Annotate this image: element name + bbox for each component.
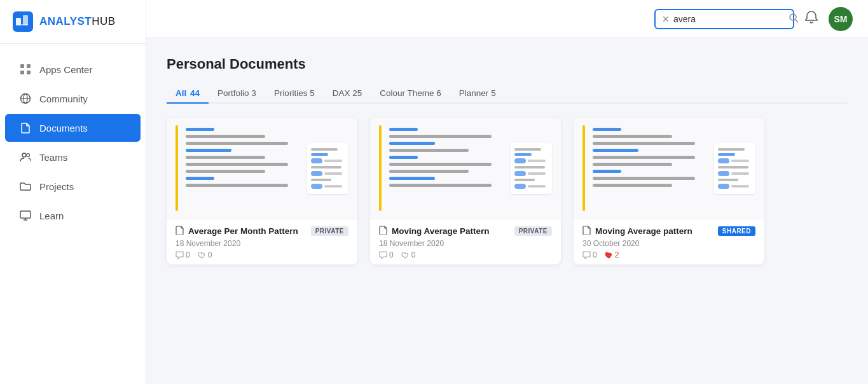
- comments-count: 0: [186, 250, 190, 259]
- svg-point-16: [790, 14, 796, 20]
- card-footer: Moving Average Pattern PRIVATE 18 Novemb…: [370, 219, 561, 264]
- search-icon[interactable]: [789, 13, 799, 25]
- likes-count: 0: [411, 250, 416, 259]
- page-content: Personal Documents All 44 Portfolio 3 Pr…: [146, 38, 868, 384]
- tab-dax[interactable]: DAX 25: [324, 84, 371, 104]
- grid-icon: [19, 63, 32, 76]
- svg-rect-3: [18, 24, 28, 25]
- sidebar: ANALYSTHUB Apps Center Community Documen…: [0, 0, 146, 384]
- card-stripe: [379, 125, 382, 211]
- card-footer: Moving Average pattern SHARED 30 October…: [574, 219, 764, 264]
- line: [186, 142, 288, 145]
- card-title-row: Average Per Month Pattern PRIVATE: [176, 226, 348, 237]
- document-card[interactable]: Average Per Month Pattern PRIVATE 18 Nov…: [167, 118, 357, 264]
- card-stripe: [176, 125, 178, 211]
- line: [389, 149, 469, 152]
- line: [593, 170, 621, 173]
- card-footer: Average Per Month Pattern PRIVATE 18 Nov…: [167, 219, 357, 264]
- sidebar-logo: ANALYSTHUB: [0, 0, 146, 44]
- line: [389, 128, 418, 131]
- tab-count: 6: [436, 88, 441, 98]
- line: [593, 177, 695, 180]
- sidebar-item-learn[interactable]: Learn: [5, 202, 141, 230]
- line: [186, 184, 288, 187]
- comments-count: 0: [389, 250, 394, 259]
- search-box: ✕: [654, 9, 794, 29]
- sidebar-item-documents[interactable]: Documents: [5, 114, 141, 142]
- sidebar-item-label: Teams: [39, 152, 67, 163]
- notifications-bell-icon[interactable]: [804, 10, 818, 27]
- tab-all[interactable]: All 44: [167, 84, 209, 104]
- doc-file-icon: [379, 226, 388, 237]
- card-lines: [593, 125, 706, 211]
- line: [593, 149, 638, 152]
- logo-text: ANALYSTHUB: [39, 15, 116, 28]
- card-badge: SHARED: [718, 226, 755, 236]
- tab-portfolio[interactable]: Portfolio 3: [209, 84, 265, 104]
- card-date: 30 October 2020: [582, 239, 755, 248]
- likes-count: 2: [615, 250, 619, 259]
- line: [389, 135, 492, 138]
- line: [186, 177, 214, 180]
- card-name-text: Average Per Month Pattern: [188, 226, 298, 236]
- line: [389, 156, 418, 159]
- tab-label: All: [176, 88, 186, 98]
- document-card[interactable]: Moving Average pattern SHARED 30 October…: [574, 118, 764, 264]
- tab-priorities[interactable]: Priorities 5: [265, 84, 324, 104]
- line: [186, 149, 231, 152]
- svg-rect-7: [27, 71, 31, 74]
- topbar: ✕ SM: [146, 0, 868, 38]
- card-date: 18 November 2020: [176, 239, 348, 248]
- analyst-hub-logo-icon: [13, 11, 33, 32]
- doc-file-icon: [582, 226, 591, 237]
- tab-count: 5: [491, 88, 496, 98]
- tab-label: Priorities: [274, 88, 308, 98]
- line: [186, 135, 265, 138]
- tab-planner[interactable]: Planner 5: [450, 84, 505, 104]
- tab-label: Portfolio: [217, 88, 249, 98]
- sidebar-item-teams[interactable]: Teams: [5, 143, 141, 171]
- sidebar-item-apps-center[interactable]: Apps Center: [5, 55, 141, 83]
- sidebar-item-community[interactable]: Community: [5, 85, 141, 113]
- comments-meta: 0: [582, 250, 597, 259]
- svg-rect-2: [23, 15, 28, 25]
- sidebar-item-label: Documents: [39, 123, 88, 134]
- line: [593, 163, 672, 166]
- sidebar-item-label: Community: [39, 93, 88, 104]
- monitor-icon: [19, 209, 32, 222]
- globe-icon: [19, 92, 32, 105]
- sidebar-item-label: Projects: [39, 181, 74, 192]
- card-name-text: Moving Average Pattern: [392, 226, 490, 236]
- sidebar-item-label: Learn: [39, 210, 64, 221]
- card-mini-doc: [307, 143, 348, 194]
- document-card[interactable]: Moving Average Pattern PRIVATE 18 Novemb…: [370, 118, 561, 264]
- tab-count: 44: [190, 88, 200, 98]
- likes-meta: 0: [198, 250, 212, 259]
- tab-label: DAX: [333, 88, 350, 98]
- clear-search-button[interactable]: ✕: [662, 15, 670, 24]
- card-doc-name: Average Per Month Pattern: [176, 226, 298, 237]
- line: [186, 156, 265, 159]
- tab-colour-theme[interactable]: Colour Theme 6: [371, 84, 450, 104]
- file-icon: [19, 121, 32, 134]
- tab-count: 5: [310, 88, 315, 98]
- card-doc-name: Moving Average Pattern: [379, 226, 490, 237]
- svg-rect-6: [20, 71, 24, 74]
- people-icon: [19, 151, 32, 163]
- search-input[interactable]: [673, 14, 785, 24]
- documents-grid: Average Per Month Pattern PRIVATE 18 Nov…: [167, 118, 848, 264]
- svg-rect-4: [20, 64, 24, 68]
- card-date: 18 November 2020: [379, 239, 552, 248]
- sidebar-item-projects[interactable]: Projects: [5, 172, 141, 200]
- line: [389, 142, 435, 145]
- line: [186, 170, 265, 173]
- tab-count: 3: [251, 88, 256, 98]
- page-title: Personal Documents: [167, 56, 848, 72]
- card-preview: [370, 118, 561, 219]
- card-title-row: Moving Average pattern SHARED: [582, 226, 755, 237]
- card-lines: [186, 125, 300, 211]
- card-meta: 0 0: [176, 250, 348, 259]
- user-avatar[interactable]: SM: [829, 7, 853, 31]
- card-meta: 0 2: [582, 250, 755, 259]
- comments-meta: 0: [379, 250, 394, 259]
